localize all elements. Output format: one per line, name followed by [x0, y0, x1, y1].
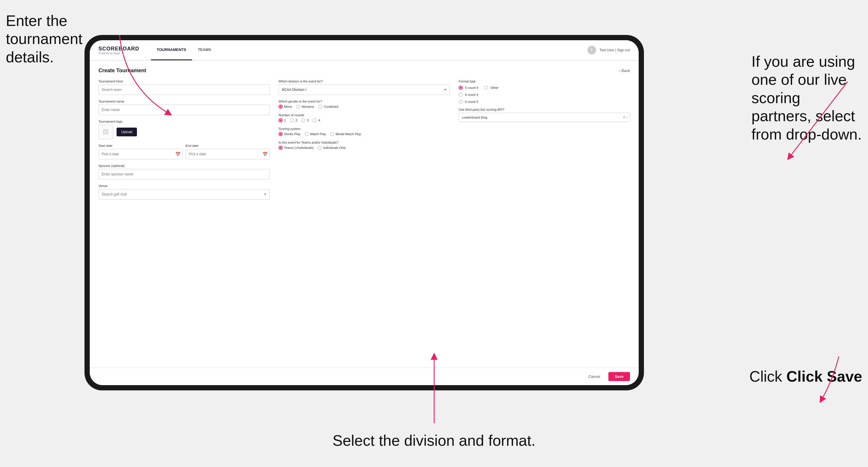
- scoring-match[interactable]: Match Play: [305, 132, 326, 136]
- format-6count5-label: 6 count 5: [465, 100, 478, 103]
- division-label: Which division is the event for?: [279, 80, 450, 83]
- rounds-2[interactable]: 2: [290, 118, 297, 122]
- format-6count5-radio[interactable]: [459, 100, 463, 104]
- scoring-label: Scoring system: [279, 127, 450, 130]
- column-3: Format type 5 count 4 6 count: [459, 80, 630, 204]
- rounds-4-radio[interactable]: [313, 118, 317, 122]
- format-type-label: Format type: [459, 80, 630, 83]
- annotation-top-left: Enter the tournament details.: [6, 12, 87, 66]
- start-date-label: Start date: [98, 144, 183, 148]
- gender-womens-label: Womens: [302, 105, 314, 108]
- rounds-3[interactable]: 3: [301, 118, 309, 122]
- venue-dropdown-icon: ▼: [264, 192, 267, 196]
- format-6count4-radio[interactable]: [459, 93, 463, 97]
- rounds-3-radio[interactable]: [301, 118, 305, 122]
- cancel-button[interactable]: Cancel: [584, 372, 604, 381]
- scoring-radio-group: Stroke Play Match Play Medal Match Play: [279, 132, 450, 136]
- logo-upload-area: 🖼 Upload: [98, 125, 270, 139]
- event-teams-label: Teams (+Individuals): [284, 146, 313, 150]
- dates-group: Start date 📅 End date: [98, 144, 270, 159]
- logo-sub: Powered by clippd: [98, 52, 139, 55]
- tournament-name-input[interactable]: [98, 104, 270, 115]
- live-scoring-section: Use third-party live scoring API? ✕ ›: [459, 108, 630, 122]
- division-select[interactable]: NCAA Division I: [279, 85, 450, 95]
- format-other-radio[interactable]: [484, 86, 488, 90]
- start-date-input[interactable]: [98, 149, 183, 159]
- rounds-label: Number of rounds: [279, 113, 450, 117]
- gender-womens-radio[interactable]: [296, 104, 300, 109]
- live-scoring-clear-icon[interactable]: ✕ ›: [623, 115, 628, 119]
- end-date-input[interactable]: [186, 149, 270, 159]
- calendar-icon-end: 📅: [262, 152, 268, 156]
- scoring-stroke-radio[interactable]: [279, 132, 283, 136]
- format-type-options: 5 count 4 6 count 4 6 count 5: [459, 86, 478, 104]
- event-for-label: Is this event for Teams and/or Individua…: [279, 141, 450, 144]
- user-label: Test User | Sign out: [600, 48, 630, 52]
- scoring-match-radio[interactable]: [305, 132, 309, 136]
- tournament-name-label: Tournament name: [98, 100, 270, 103]
- format-5count4[interactable]: 5 count 4: [459, 86, 478, 90]
- form-columns: Tournament Host Tournament name Tourname…: [98, 80, 630, 204]
- gender-combined-label: Combined: [324, 105, 338, 108]
- form-container: Create Tournament Back Tournament Host T…: [90, 61, 639, 211]
- form-header: Create Tournament Back: [98, 68, 630, 74]
- form-footer: Cancel Save: [90, 368, 639, 385]
- annotation-top-right: If you are using one of our live scoring…: [751, 53, 862, 143]
- venue-label: Venue: [98, 184, 270, 188]
- venue-input[interactable]: [98, 189, 270, 199]
- save-button[interactable]: Save: [609, 372, 630, 381]
- scoring-stroke-label: Stroke Play: [284, 132, 301, 136]
- tournament-logo-group: Tournament logo 🖼 Upload: [98, 120, 270, 139]
- rounds-3-label: 3: [307, 119, 309, 122]
- tournament-name-group: Tournament name: [98, 100, 270, 115]
- logo-placeholder: 🖼: [98, 125, 113, 139]
- rounds-2-radio[interactable]: [290, 118, 294, 122]
- format-5count4-radio[interactable]: [459, 86, 463, 90]
- gender-combined[interactable]: Combined: [318, 104, 338, 109]
- gender-mens[interactable]: Mens: [279, 104, 292, 109]
- end-date-wrap: 📅: [186, 149, 270, 159]
- scoring-medal-match[interactable]: Medal Match Play: [330, 132, 361, 136]
- nav-link-teams[interactable]: TEAMS: [192, 40, 217, 60]
- upload-button[interactable]: Upload: [117, 128, 137, 136]
- date-fields: Start date 📅 End date: [98, 144, 270, 159]
- annotation-bottom: Select the division and format.: [333, 432, 535, 449]
- end-date-group: End date 📅: [186, 144, 270, 159]
- scoring-medal-match-radio[interactable]: [330, 132, 334, 136]
- user-avatar: T: [587, 46, 596, 55]
- event-for-group: Is this event for Teams and/or Individua…: [279, 141, 450, 150]
- scoring-medal-match-label: Medal Match Play: [336, 132, 361, 136]
- format-6count5[interactable]: 6 count 5: [459, 100, 478, 104]
- division-group: Which division is the event for? NCAA Di…: [279, 80, 450, 95]
- column-2: Which division is the event for? NCAA Di…: [279, 80, 450, 204]
- event-individuals-radio[interactable]: [318, 146, 322, 150]
- event-individuals[interactable]: Individuals Only: [318, 146, 346, 150]
- tournament-host-input[interactable]: [98, 85, 270, 95]
- format-other-label: Other: [490, 86, 499, 89]
- rounds-4[interactable]: 4: [313, 118, 320, 122]
- sponsor-input[interactable]: [98, 169, 270, 180]
- nav-link-tournaments[interactable]: TOURNAMENTS: [151, 40, 192, 60]
- rounds-1[interactable]: 1: [279, 118, 286, 122]
- venue-group: Venue ▼: [98, 184, 270, 199]
- scoring-stroke[interactable]: Stroke Play: [279, 132, 301, 136]
- live-scoring-input[interactable]: [459, 113, 630, 122]
- gender-mens-label: Mens: [284, 105, 292, 108]
- rounds-1-radio[interactable]: [279, 118, 283, 122]
- format-other[interactable]: Other: [484, 86, 499, 90]
- gender-womens[interactable]: Womens: [296, 104, 314, 109]
- calendar-icon-start: 📅: [176, 152, 180, 156]
- gender-combined-radio[interactable]: [318, 104, 322, 109]
- event-teams[interactable]: Teams (+Individuals): [279, 146, 313, 150]
- form-title: Create Tournament: [98, 68, 146, 74]
- rounds-group: Number of rounds 1 2: [279, 113, 450, 122]
- gender-mens-radio[interactable]: [279, 104, 283, 109]
- format-6count4[interactable]: 6 count 4: [459, 93, 478, 97]
- gender-group: Which gender is the event for? Mens Wome…: [279, 100, 450, 109]
- nav-bar: SCOREBOARD Powered by clippd TOURNAMENTS…: [90, 40, 639, 61]
- logo-main: SCOREBOARD: [98, 46, 139, 52]
- event-teams-radio[interactable]: [279, 146, 283, 150]
- back-link[interactable]: Back: [619, 68, 630, 73]
- format-6count4-label: 6 count 4: [465, 93, 478, 96]
- live-scoring-label: Use third-party live scoring API?: [459, 108, 630, 111]
